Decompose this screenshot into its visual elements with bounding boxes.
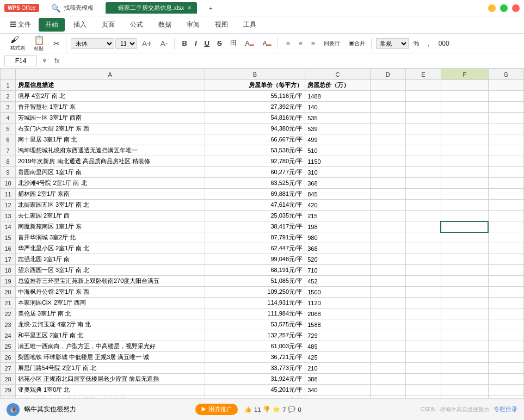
cell-g30[interactable] — [488, 396, 523, 399]
cell-a15[interactable]: 首开华润城 3室2厅 北 — [16, 232, 205, 243]
cell-a4[interactable]: 芳城园一区 3室1厅 西南 — [16, 113, 205, 123]
cell-g16[interactable] — [488, 243, 523, 254]
paste-btn[interactable]: 📋 粘贴 — [30, 33, 48, 54]
cell-d8[interactable] — [370, 156, 405, 167]
cell-f24[interactable] — [441, 330, 488, 341]
cell-g6[interactable] — [488, 134, 523, 145]
cell-a26[interactable]: 梨园地铁 环球影城 中低楼层 正规3居 满五唯一 诚 — [16, 352, 205, 363]
format-painter-btn[interactable]: 🖌 格式刷 — [7, 33, 29, 53]
cell-g9[interactable] — [488, 167, 523, 178]
row-header-28[interactable]: 28 — [1, 374, 16, 385]
row-header-24[interactable]: 24 — [1, 330, 16, 341]
cell-e9[interactable] — [405, 167, 441, 178]
cell-c24[interactable]: 729 — [305, 330, 370, 341]
cell-b8[interactable]: 92,780元/平 — [205, 156, 305, 167]
cell-b3[interactable]: 27,392元/平 — [205, 102, 305, 113]
close-btn[interactable] — [512, 4, 520, 12]
cell-d7[interactable] — [370, 145, 405, 156]
cell-e23[interactable] — [405, 319, 441, 330]
tab-tools[interactable]: 工具 — [237, 18, 263, 32]
cell-a16[interactable]: 华严北里小区 2室1厅 南 北 — [16, 243, 205, 254]
cell-f21[interactable] — [441, 298, 488, 308]
cell-c30[interactable]: 738 — [305, 396, 370, 399]
cell-d13[interactable] — [370, 211, 405, 221]
cell-d30[interactable] — [370, 396, 405, 399]
cell-b18[interactable]: 68,191元/平 — [205, 265, 305, 276]
cell-a23[interactable]: 龙境·云河玉珑 4室2厅 南 北 — [16, 319, 205, 330]
cell-a3[interactable]: 首开智慧社 1室1厅 东 — [16, 102, 205, 113]
cell-b26[interactable]: 36,721元/平 — [205, 352, 305, 363]
maximize-btn[interactable] — [500, 4, 508, 12]
cell-c15[interactable]: 980 — [305, 232, 370, 243]
cell-a22[interactable]: 美伦居 3室1厅 南 北 — [16, 308, 205, 319]
row-header-15[interactable]: 15 — [1, 232, 16, 243]
cell-g12[interactable] — [488, 200, 523, 211]
cell-f10[interactable] — [441, 178, 488, 189]
cell-b23[interactable]: 53,575元/平 — [205, 319, 305, 330]
cell-f2[interactable] — [441, 91, 488, 102]
cell-c19[interactable]: 452 — [305, 276, 370, 287]
cell-a11[interactable]: 捕林园 2室1厅 东南 — [16, 189, 205, 200]
cell-e20[interactable] — [405, 287, 441, 298]
tab-insert[interactable]: 插入 — [67, 18, 93, 32]
row-header-8[interactable]: 8 — [1, 156, 16, 167]
row-header-1[interactable]: 1 — [1, 80, 16, 91]
cell-f29[interactable] — [441, 385, 488, 396]
cell-g8[interactable] — [488, 156, 523, 167]
cell-c25[interactable]: 489 — [305, 341, 370, 352]
col-header-b[interactable]: B — [205, 69, 305, 80]
cell-d19[interactable] — [370, 276, 405, 287]
merge-btn[interactable]: ▣合并 — [345, 38, 369, 49]
cell-c16[interactable]: 368 — [305, 243, 370, 254]
cell-g1[interactable] — [488, 80, 523, 91]
cell-f3[interactable] — [441, 102, 488, 113]
cell-f22[interactable] — [441, 308, 488, 319]
row-header-21[interactable]: 21 — [1, 298, 16, 308]
font-increase-btn[interactable]: A+ — [138, 38, 156, 50]
tab-findtemplate[interactable]: 🔍 找稿壳模板 — [46, 2, 99, 14]
cell-d2[interactable] — [370, 91, 405, 102]
cell-e1[interactable] — [405, 80, 441, 91]
cell-e3[interactable] — [405, 102, 441, 113]
cell-a5[interactable]: 右安门内大街 2室1厅 东 西 — [16, 123, 205, 134]
bold-btn[interactable]: B — [179, 38, 190, 49]
cell-c28[interactable]: 388 — [305, 374, 370, 385]
cell-c20[interactable]: 1500 — [305, 287, 370, 298]
cell-a17[interactable]: 志强北园 2室1厅 南 — [16, 254, 205, 265]
cut-btn[interactable]: ✂ — [50, 38, 64, 50]
row-header-6[interactable]: 6 — [1, 134, 16, 145]
cell-f7[interactable] — [441, 145, 488, 156]
cell-e16[interactable] — [405, 243, 441, 254]
cell-g24[interactable] — [488, 330, 523, 341]
fill-color-btn[interactable]: A▬ — [242, 38, 258, 49]
col-header-d[interactable]: D — [370, 69, 405, 80]
cell-d4[interactable] — [370, 113, 405, 123]
col-header-g[interactable]: G — [488, 69, 523, 80]
cell-f26[interactable] — [441, 352, 488, 363]
font-size-select[interactable]: 11 — [115, 38, 137, 49]
cell-g19[interactable] — [488, 276, 523, 287]
cell-a27[interactable]: 展思门路54号院 2室1厅 南 北 — [16, 363, 205, 374]
cell-a8[interactable]: 2019年次新房 南北通透 高品质商品房社区 精装修 — [16, 156, 205, 167]
cell-d22[interactable] — [370, 308, 405, 319]
spreadsheet-container[interactable]: A B C D E F G 1房屋信息描述房屋单价（每平方）房屋总价（万）2境界… — [0, 69, 524, 398]
cell-b6[interactable]: 66,667元/平 — [205, 134, 305, 145]
border-btn[interactable]: 田 — [226, 37, 241, 50]
cell-d14[interactable] — [370, 221, 405, 232]
cell-f27[interactable] — [441, 363, 488, 374]
cell-a29[interactable]: 亚奥观典 1室0厅 北 — [16, 385, 205, 396]
cell-b24[interactable]: 132,257元/平 — [205, 330, 305, 341]
row-header-30[interactable]: 30 — [1, 396, 16, 399]
cell-b22[interactable]: 111,984元/平 — [205, 308, 305, 319]
row-header-23[interactable]: 23 — [1, 319, 16, 330]
cell-c9[interactable]: 310 — [305, 167, 370, 178]
cell-a25[interactable]: 满五唯一西南向，户型方正，中高楼层，视野采光好 — [16, 341, 205, 352]
cell-e27[interactable] — [405, 363, 441, 374]
cell-d6[interactable] — [370, 134, 405, 145]
cell-c14[interactable]: 198 — [305, 221, 370, 232]
cell-b4[interactable]: 54,816元/平 — [205, 113, 305, 123]
like-area[interactable]: 👍 11 👎 ⭐ 7 💬 0 — [244, 406, 301, 413]
cell-c26[interactable]: 425 — [305, 352, 370, 363]
font-family-select[interactable]: 未体 — [71, 38, 114, 49]
cell-c4[interactable]: 535 — [305, 113, 370, 123]
